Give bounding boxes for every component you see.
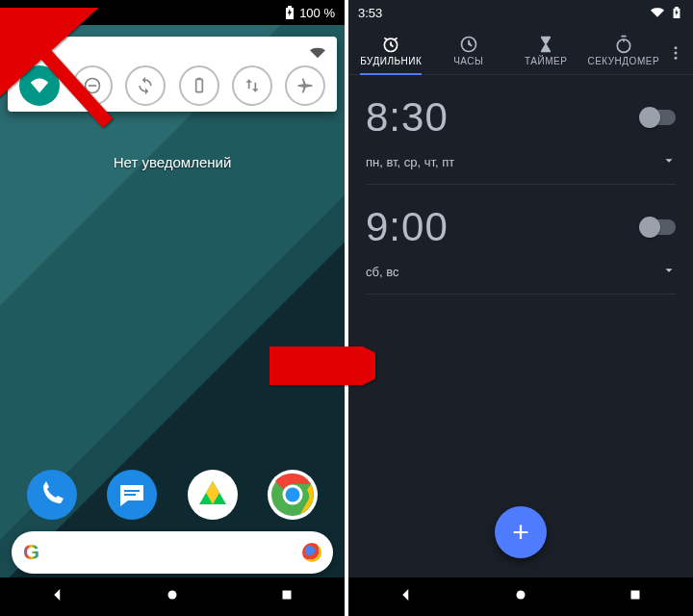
alarm-time: 9:00 [366, 204, 449, 250]
status-bar: 3:53 [348, 0, 693, 25]
wifi-icon [651, 7, 664, 18]
status-time: 3:53 [358, 6, 382, 20]
tab-clock[interactable]: ЧАСЫ [430, 31, 508, 74]
svg-point-4 [27, 470, 77, 520]
app-playstore[interactable] [188, 470, 238, 520]
qs-data-tile[interactable] [232, 65, 272, 106]
qs-autorotate-tile[interactable] [125, 65, 166, 106]
nav-bar [348, 578, 693, 616]
tab-timer[interactable]: ТАЙМЕР [507, 31, 585, 74]
add-alarm-fab[interactable]: + [495, 506, 547, 558]
assistant-icon[interactable] [302, 543, 321, 562]
overflow-menu[interactable] [662, 44, 689, 62]
qs-wifi-indicator [310, 47, 325, 59]
tab-timer-label: ТАЙМЕР [525, 56, 567, 66]
tab-alarm[interactable]: БУДИЛЬНИК [352, 31, 430, 74]
alarm-time: 8:30 [366, 94, 449, 141]
clock-tabs: БУДИЛЬНИК ЧАСЫ ТАЙМЕР СЕКУНДОМЕР [348, 25, 693, 75]
phone-right: 3:53 БУДИЛЬНИК ЧАСЫ ТАЙМЕР СЕКУНДОМЕР [348, 0, 693, 616]
battery-icon [284, 6, 295, 19]
alarm-toggle[interactable] [641, 219, 676, 235]
tab-clock-label: ЧАСЫ [453, 56, 483, 66]
svg-point-19 [675, 51, 678, 54]
alarm-item[interactable]: 9:00 сб, вс [366, 185, 676, 295]
nav-back[interactable] [398, 586, 415, 607]
expand-icon[interactable] [662, 154, 676, 170]
svg-rect-7 [124, 494, 136, 496]
nav-back[interactable] [49, 586, 66, 607]
alarm-item[interactable]: 8:30 пн, вт, ср, чт, пт [366, 75, 676, 185]
app-messages[interactable] [107, 470, 157, 520]
expand-icon[interactable] [662, 264, 676, 280]
google-g-icon: G [23, 540, 39, 565]
alarm-days: пн, вт, ср, чт, пт [366, 155, 454, 169]
status-battery: 100 % [299, 6, 335, 20]
svg-rect-2 [195, 79, 202, 91]
dock [0, 470, 345, 520]
alarm-toggle[interactable] [641, 110, 676, 125]
qs-airplane-tile[interactable] [285, 65, 325, 106]
annotation-arrow-clock [0, 8, 127, 137]
tab-alarm-label: БУДИЛЬНИК [360, 56, 422, 66]
svg-point-13 [167, 591, 176, 600]
qs-battery-tile[interactable] [179, 65, 219, 106]
nav-home[interactable] [512, 586, 529, 607]
svg-point-21 [516, 591, 525, 600]
app-chrome[interactable] [268, 470, 318, 520]
nav-recent[interactable] [627, 586, 644, 607]
search-bar[interactable]: G [12, 531, 333, 574]
svg-line-23 [19, 25, 108, 123]
svg-rect-14 [283, 591, 292, 600]
app-phone[interactable] [27, 470, 77, 520]
alarm-days: сб, вс [366, 265, 398, 279]
tab-stopwatch-label: СЕКУНДОМЕР [587, 56, 659, 66]
battery-icon [670, 7, 683, 18]
svg-rect-22 [631, 591, 640, 600]
alarm-list: 8:30 пн, вт, ср, чт, пт 9:00 сб, вс [348, 75, 693, 295]
nav-home[interactable] [164, 586, 181, 607]
tab-stopwatch[interactable]: СЕКУНДОМЕР [585, 31, 663, 74]
svg-rect-3 [197, 78, 200, 80]
nav-bar [0, 578, 345, 616]
annotation-arrow-transition [270, 346, 375, 389]
svg-point-18 [675, 46, 678, 49]
nav-recent[interactable] [278, 586, 295, 607]
svg-rect-6 [124, 490, 140, 492]
no-notifications-text: Нет уведомлений [0, 154, 345, 170]
svg-point-20 [675, 56, 678, 59]
